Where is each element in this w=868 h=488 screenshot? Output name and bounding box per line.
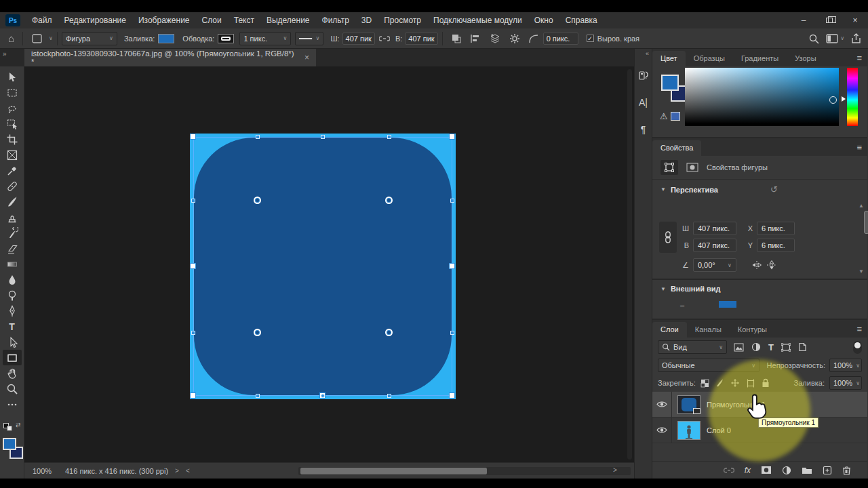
share-icon[interactable] <box>851 33 861 44</box>
layer-styles-icon[interactable]: fx <box>745 466 751 475</box>
stroke-type-select[interactable]: ∨ <box>295 32 323 45</box>
width-input[interactable]: 407 пикс. <box>693 222 736 235</box>
align-edges-checkbox[interactable]: ✓ <box>587 35 594 42</box>
menu-select[interactable]: Выделение <box>260 12 316 28</box>
tab-color[interactable]: Цвет <box>652 51 686 66</box>
transform-handle-top-right[interactable] <box>449 134 455 140</box>
menu-window[interactable]: Окно <box>528 12 559 28</box>
stroke-width-select[interactable]: 1 пикс. ∨ <box>239 32 291 45</box>
hue-slider-pointer[interactable] <box>842 96 846 102</box>
properties-scrollbar[interactable]: ▲ ▼ <box>858 203 865 274</box>
rectangle-tool[interactable] <box>3 350 22 365</box>
color-panel-menu-icon[interactable]: ≡ <box>851 53 867 66</box>
color-swatches-control[interactable] <box>2 438 22 461</box>
blend-mode-select[interactable]: Обычные ∨ <box>658 359 760 372</box>
reset-icon[interactable]: ↺ <box>770 184 778 195</box>
path-anchor[interactable] <box>321 394 325 398</box>
path-anchor[interactable] <box>256 394 260 398</box>
gamut-warning-icon[interactable]: ⚠ <box>660 111 668 121</box>
foreground-color-swatch[interactable] <box>661 75 679 91</box>
close-button[interactable]: × <box>842 12 868 28</box>
lock-all-icon[interactable] <box>762 378 770 388</box>
tool-preset-chevron-icon[interactable]: ∨ <box>49 35 53 41</box>
minimize-button[interactable]: – <box>791 12 816 28</box>
fill-swatch[interactable] <box>158 34 174 43</box>
eraser-tool[interactable] <box>3 241 22 256</box>
history-brush-tool[interactable] <box>3 225 22 241</box>
menu-file[interactable]: Файл <box>26 12 58 28</box>
foreground-color-swatch[interactable] <box>3 438 16 450</box>
character-panel-icon[interactable]: A| <box>635 92 652 113</box>
add-layer-mask-icon[interactable] <box>761 466 772 474</box>
shape-transform-icon[interactable] <box>660 160 678 175</box>
menu-help[interactable]: Справка <box>559 12 604 28</box>
section-collapse-icon[interactable]: ▼ <box>660 186 666 192</box>
crop-tool[interactable] <box>3 131 22 147</box>
document-tab[interactable]: istockphoto-1393080930-170667a.jpg @ 100… <box>24 49 316 66</box>
delete-layer-icon[interactable] <box>842 466 851 475</box>
transform-handle-top-left[interactable] <box>190 134 196 140</box>
lasso-tool[interactable] <box>3 100 22 116</box>
toolbar-expand-icon[interactable]: » <box>0 49 24 66</box>
tool-mode-select[interactable]: Фигура ∨ <box>62 32 117 45</box>
horizontal-scrollbar-thumb[interactable] <box>300 468 487 474</box>
status-chevron-left-icon[interactable]: < <box>186 467 190 474</box>
layer-visibility-toggle[interactable] <box>652 418 672 443</box>
canvas-vertical-scrollbar[interactable] <box>627 69 632 460</box>
menu-layers[interactable]: Слои <box>196 12 228 28</box>
lock-image-pixels-icon[interactable] <box>715 378 724 388</box>
hand-tool[interactable] <box>3 365 22 381</box>
menu-edit[interactable]: Редактирование <box>58 12 132 28</box>
lock-position-icon[interactable] <box>730 378 740 388</box>
transform-handle-left[interactable] <box>190 263 196 269</box>
section-collapse-icon[interactable]: ▼ <box>660 286 666 292</box>
tab-close-icon[interactable]: × <box>304 53 309 62</box>
swap-colors-icon[interactable]: ⇄ <box>16 422 21 428</box>
transform-handle-right[interactable] <box>449 263 455 269</box>
clone-stamp-tool[interactable] <box>3 209 22 225</box>
menu-filter[interactable]: Фильтр <box>316 12 355 28</box>
shape-height-input[interactable]: 407 пик <box>405 33 437 45</box>
filter-shape-layers-icon[interactable] <box>781 343 791 352</box>
scroll-right-arrow-icon[interactable]: > <box>613 466 617 474</box>
edit-toolbar-button[interactable] <box>3 396 22 412</box>
saturation-brightness-field[interactable] <box>685 68 839 126</box>
path-anchor[interactable] <box>387 135 391 139</box>
filter-toggle-switch[interactable] <box>853 341 862 354</box>
menu-3d[interactable]: 3D <box>355 12 378 28</box>
shape-width-input[interactable]: 407 пик <box>342 33 375 45</box>
lock-artboard-icon[interactable] <box>746 379 755 388</box>
layer-name[interactable]: Слой 0 <box>707 426 731 434</box>
transform-handle-bottom-right[interactable] <box>449 392 455 399</box>
angle-select[interactable]: 0,00° ∨ <box>693 258 736 272</box>
filter-smart-objects-icon[interactable] <box>798 342 807 352</box>
mask-properties-icon[interactable] <box>684 160 701 175</box>
canvas-area[interactable] <box>24 66 634 462</box>
layer-thumbnail[interactable] <box>677 395 701 414</box>
tab-paths[interactable]: Контуры <box>730 322 775 338</box>
zoom-tool[interactable] <box>3 381 22 396</box>
gradient-tool[interactable] <box>3 256 22 272</box>
workspace-switcher-icon[interactable]: ∨ <box>826 34 844 43</box>
menu-image[interactable]: Изображение <box>132 12 196 28</box>
frame-tool[interactable] <box>3 147 22 163</box>
flip-vertical-icon[interactable] <box>766 260 777 270</box>
healing-brush-tool[interactable] <box>3 178 22 194</box>
search-icon[interactable] <box>808 33 819 44</box>
corner-radius-widget[interactable] <box>385 329 393 336</box>
corner-radius-input[interactable]: 0 пикс. <box>543 33 578 45</box>
marquee-tool[interactable] <box>3 85 22 100</box>
path-anchor[interactable] <box>387 394 391 398</box>
lock-transparent-pixels-icon[interactable] <box>701 379 709 388</box>
path-anchor[interactable] <box>321 135 325 139</box>
path-arrangement-icon[interactable] <box>489 33 501 44</box>
history-panel-icon[interactable] <box>635 65 652 85</box>
filter-pixel-layers-icon[interactable] <box>734 343 744 352</box>
object-selection-tool[interactable] <box>3 116 22 131</box>
pen-tool[interactable] <box>3 303 22 319</box>
hue-slider[interactable] <box>847 68 858 126</box>
document[interactable] <box>190 134 456 399</box>
layer-filter-select[interactable]: Вид ∨ <box>658 340 727 354</box>
status-chevron-right-icon[interactable]: > <box>175 467 179 474</box>
tab-channels[interactable]: Каналы <box>687 322 730 338</box>
